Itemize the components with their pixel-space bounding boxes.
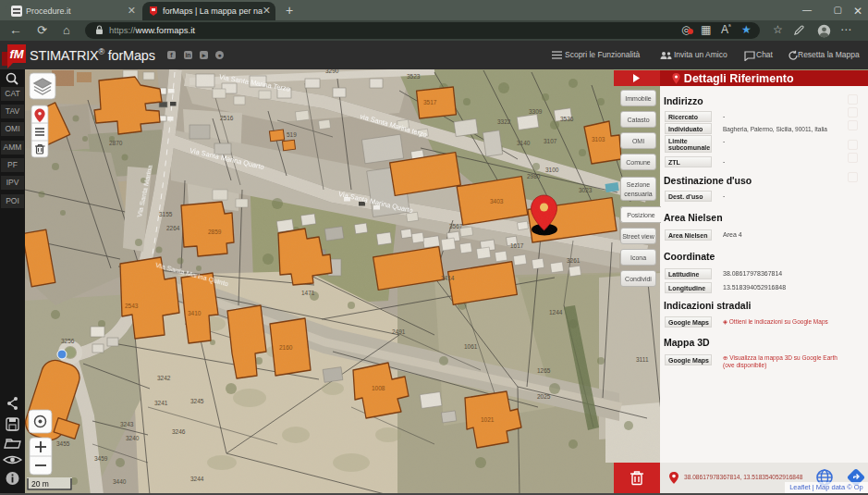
svg-text:fM: fM [9,47,24,61]
